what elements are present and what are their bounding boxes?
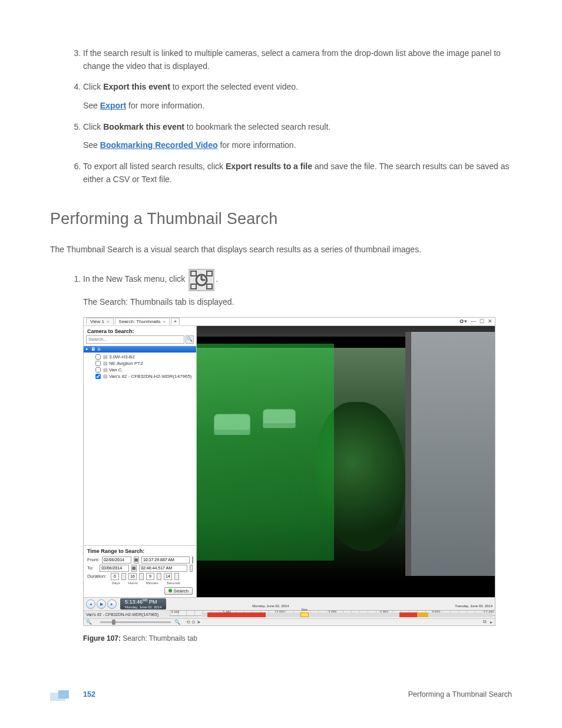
zoom-slider[interactable] [100, 621, 171, 623]
tree-item[interactable]: Van's #2 - CFB32DN-H2-WDR(147965) [85, 373, 195, 380]
step-3-text: If the search result is linked to multip… [83, 48, 501, 71]
step-3: If the search result is linked to multip… [83, 47, 512, 73]
maximize-icon[interactable]: ☐ [480, 318, 484, 324]
zoom-out-icon[interactable]: 🔍 [86, 620, 92, 625]
camera-tree: 3.0W-H3-B2 NE Avigilon PTZ Van C. Van's … [84, 353, 196, 545]
timeline: ◂ ▶ ▸ 5:13:46945 PM Monday, June 02, 201… [84, 597, 495, 625]
timeline-scroll-right[interactable]: ▸ [490, 620, 492, 625]
to-date-input[interactable] [100, 565, 129, 572]
spinner-icon[interactable] [157, 573, 161, 580]
step-6: To export all listed search results, cli… [83, 160, 512, 186]
step-forward-button[interactable]: ▸ [107, 599, 117, 609]
calendar-icon[interactable]: ▦ [131, 565, 137, 572]
minimize-icon[interactable]: — [471, 318, 476, 324]
from-date-input[interactable] [102, 556, 131, 564]
tab-search-thumbnails[interactable]: Search: Thumbnails× [115, 318, 170, 325]
tree-item-checkbox[interactable] [95, 374, 101, 379]
to-label: To: [87, 565, 97, 571]
tree-item[interactable]: NE Avigilon PTZ [85, 360, 195, 367]
sidebar: Camera to Search: 🔍 🖥 b 3.0W-H3-B2 NE Av… [84, 326, 197, 597]
link-export[interactable]: Export [100, 101, 126, 110]
timeline-tool-icon[interactable]: ⟲ ⊙ ➤ [186, 620, 201, 625]
close-window-icon[interactable]: ✕ [488, 318, 492, 324]
duration-seconds-input[interactable] [164, 573, 172, 580]
gear-icon[interactable]: ✿▾ [459, 318, 467, 324]
close-icon[interactable]: × [107, 319, 110, 324]
current-timestamp: 5:13:46945 PM Monday, June 02, 2014 [120, 598, 166, 610]
spinner-icon[interactable] [174, 573, 179, 580]
section-heading: Performing a Thumbnail Search [50, 210, 512, 228]
tree-root[interactable]: 🖥 b [84, 346, 196, 353]
timeline-track[interactable]: Now [201, 612, 492, 617]
play-button[interactable]: ▶ [97, 599, 106, 609]
app-screenshot: View 1× Search: Thumbnails× + ✿▾ — ☐ ✕ C… [83, 317, 495, 626]
step-4: Click Export this event to export the se… [83, 81, 512, 112]
time-panel-title: Time Range to Search: [87, 548, 193, 555]
to-time-input[interactable] [139, 565, 187, 572]
link-bookmarking[interactable]: Bookmarking Recorded Video [100, 140, 218, 150]
step-5: Click Bookmark this event to bookmark th… [83, 121, 512, 152]
timeline-export-icon[interactable]: ⧉ [483, 619, 487, 625]
tree-item[interactable]: Van C. [85, 367, 195, 373]
tab-view1[interactable]: View 1× [86, 318, 114, 325]
from-time-input[interactable] [141, 556, 190, 564]
duration-minutes-input[interactable] [146, 573, 154, 580]
tab-add[interactable]: + [171, 318, 180, 325]
footer-title: Performing a Thumbnail Search [408, 690, 512, 699]
page-number: 152 [83, 690, 95, 699]
video-preview[interactable] [197, 326, 495, 597]
close-icon[interactable]: × [163, 319, 166, 324]
from-label: From: [87, 557, 100, 562]
thumbnail-search-icon [189, 269, 214, 295]
spinner-icon[interactable] [190, 565, 193, 572]
timeline-day-left: Monday, June 02, 2014 [252, 604, 289, 608]
search-icon[interactable]: 🔍 [186, 335, 194, 344]
camera-search-input[interactable] [86, 335, 184, 344]
duration-hours-input[interactable] [128, 573, 137, 580]
app-titlebar: View 1× Search: Thumbnails× + ✿▾ — ☐ ✕ [84, 318, 495, 326]
spinner-icon[interactable] [121, 573, 126, 580]
proc-step-1-note: The Search: Thumbnails tab is displayed. [83, 296, 512, 309]
proc-step-1: In the New Task menu, click . The Search… [83, 269, 512, 309]
time-range-panel: Time Range to Search: From: ▦ To: ▦ [84, 545, 196, 597]
step-back-button[interactable]: ◂ [86, 599, 95, 609]
figure-caption: Figure 107: Search: Thumbnails tab [83, 634, 512, 643]
search-button[interactable]: Search [164, 587, 193, 595]
tree-item-checkbox[interactable] [95, 354, 101, 360]
section-intro: The Thumbnail Search is a visual search … [50, 243, 512, 256]
search-dot-icon [168, 589, 172, 592]
duration-label: Duration: [87, 574, 108, 579]
duration-days-input[interactable] [111, 573, 119, 580]
spinner-icon[interactable] [139, 573, 144, 580]
calendar-icon[interactable]: ▦ [134, 556, 139, 564]
timeline-day-right: Tuesday, June 03, 2014 [455, 604, 492, 608]
tree-item-checkbox[interactable] [95, 361, 101, 366]
tree-item[interactable]: 3.0W-H3-B2 [85, 354, 195, 360]
spinner-icon[interactable] [192, 556, 193, 564]
tree-item-checkbox[interactable] [95, 367, 101, 373]
zoom-in-icon[interactable]: 🔍 [174, 620, 180, 625]
camera-panel-title: Camera to Search: [84, 326, 196, 335]
